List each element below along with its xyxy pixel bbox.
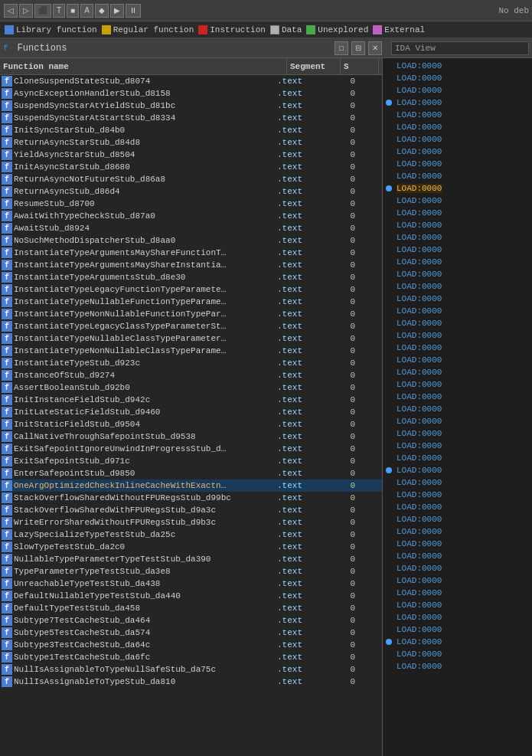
table-row[interactable]: fInstantiateTypeNonNullableFunctionTypeP… [0,308,382,320]
function-list[interactable]: fCloneSuspendStateStub_d8074.text0fAsync… [0,75,382,756]
table-row[interactable]: fExitSafepointIgnoreUnwindInProgressStub… [0,443,382,455]
legend-external: External [373,25,425,34]
empty-dot [386,124,392,130]
table-row[interactable]: fInitStaticFieldStub_d9504.text0 [0,418,382,430]
table-row[interactable]: fUnreachableTypeTestStub_da438.text0 [0,578,382,590]
table-row[interactable]: fInitAsyncStarStub_d8680.text0 [0,161,382,173]
load-address: LOAD:0000 [397,208,442,218]
table-row[interactable]: fInstantiateTypeNullableClassTypeParamet… [0,332,382,345]
toolbar-btn-7[interactable]: ◆ [95,4,109,18]
function-name: InstantiateTypeNullableFunctionTypeParam… [14,297,274,306]
toolbar-btn-8[interactable]: ▶ [110,4,124,18]
table-row[interactable]: fSuspendSyncStarAtYieldStub_d81bc.text0 [0,100,382,112]
table-row[interactable]: fNullIsAssignableToTypeNullSafeStub_da75… [0,663,382,676]
table-row[interactable]: fTypeParameterTypeTestStub_da3e8.text0 [0,565,382,578]
table-row[interactable]: fReturnAsyncStub_d86d4.text0 [0,185,382,198]
table-row[interactable]: fReturnAsyncStarStub_d84d8.text0 [0,136,382,149]
table-row[interactable]: fSuspendSyncStarAtStartStub_d8334.text0 [0,112,382,124]
toolbar-btn-6[interactable]: A [80,4,93,18]
table-row[interactable]: fCloneSuspendStateStub_d8074.text0 [0,75,382,87]
table-row[interactable]: fReturnAsyncNotFutureStub_d86a8.text0 [0,173,382,185]
function-size: 0 [328,236,358,245]
table-row[interactable]: fAsyncExceptionHandlerStub_d8158.text0 [0,87,382,100]
list-item: LOAD:0000 [383,574,532,587]
table-row[interactable]: fLazySpecializeTypeTestStub_da25c.text0 [0,529,382,541]
table-row[interactable]: fCallNativeThroughSafepointStub_d9538.te… [0,430,382,443]
function-name: Subtype3TestCacheStub_da64c [14,640,274,650]
table-row[interactable]: fInstantiateTypeArgumentsMayShareFunctio… [0,247,382,259]
empty-dot [386,602,392,608]
table-row[interactable]: fInstantiateTypeArgumentsMayShareInstant… [0,259,382,271]
function-size: 0 [328,604,358,613]
function-segment: .text [274,530,328,539]
table-row[interactable]: fDefaultNullableTypeTestStub_da440.text0 [0,590,382,602]
toolbar-btn-5[interactable]: ■ [67,4,79,18]
table-row[interactable]: fSubtype1TestCacheStub_da6fc.text0 [0,651,382,663]
legend-external-color [373,25,382,34]
table-row[interactable]: fInstantiateTypeStub_d923c.text0 [0,357,382,369]
list-item: LOAD:0000 [383,366,532,378]
function-name: ResumeStub_d8700 [14,199,274,208]
function-segment: .text [274,126,328,135]
toolbar-btn-2[interactable]: ▷ [19,4,33,18]
table-row[interactable]: fYieldAsyncStarStub_d8504.text0 [0,149,382,161]
list-item: LOAD:0000 [383,660,532,673]
table-row[interactable]: fInstantiateTypeArgumentsStub_d8e30.text… [0,271,382,283]
legend-external-label: External [384,25,425,34]
toolbar-btn-9[interactable]: ⏸ [126,4,141,18]
table-row[interactable]: fSubtype5TestCacheStub_da574.text0 [0,627,382,639]
load-address: LOAD:0000 [397,282,442,291]
table-row[interactable]: fSubtype7TestCacheStub_da464.text0 [0,614,382,627]
table-row[interactable]: fAwaitStub_d8924.text0 [0,222,382,234]
table-row[interactable]: fNoSuchMethodDispatcherStub_d8aa0.text0 [0,234,382,247]
function-segment: .text [274,187,328,196]
empty-dot [386,308,392,314]
toolbar-btn-4[interactable]: T [53,4,65,18]
function-name: DefaultNullableTypeTestStub_da440 [14,591,274,601]
table-row[interactable]: fInstantiateTypeNullableFunctionTypePara… [0,296,382,308]
list-item: LOAD:0000 [383,170,532,182]
table-row[interactable]: fWriteErrorSharedWithoutFPURegsStub_d9b3… [0,516,382,529]
load-address: LOAD:0000 [397,404,442,414]
panel-minimize-btn[interactable]: ⊟ [351,41,365,55]
table-row[interactable]: fResumeStub_d8700.text0 [0,198,382,210]
table-row[interactable]: fSubtype3TestCacheStub_da64c.text0 [0,639,382,651]
table-row[interactable]: fNullIsAssignableToTypeStub_da810.text0 [0,676,382,688]
panel-close-btn[interactable]: ✕ [368,41,382,55]
table-row[interactable]: fInstantiateTypeLegacyClassTypeParameter… [0,320,382,332]
empty-dot [386,443,392,449]
table-row[interactable]: fAssertBooleanStub_d92b0.text0 [0,381,382,394]
table-row[interactable]: fStackOverflowSharedWithoutFPURegsStub_d… [0,492,382,504]
function-size: 0 [328,199,358,208]
functions-panel-title: Functions [15,43,331,54]
table-row[interactable]: fInitInstanceFieldStub_d942c.text0 [0,394,382,406]
function-segment: .text [274,677,328,686]
table-row[interactable]: fEnterSafepointStub_d9850.text0 [0,467,382,479]
table-row[interactable]: fInitSyncStarStub_d84b0.text0 [0,124,382,136]
table-row[interactable]: fDefaultTypeTestStub_da458.text0 [0,602,382,614]
table-row[interactable]: fInitLateStaticFieldStub_d9460.text0 [0,406,382,418]
table-row[interactable]: fNullableTypeParameterTypeTestStub_da390… [0,553,382,565]
table-row[interactable]: fInstantiateTypeLegacyFunctionTypeParame… [0,283,382,296]
legend-unexplored: Unexplored [306,25,368,34]
empty-dot [386,529,392,535]
panel-restore-btn[interactable]: □ [335,41,348,55]
table-row[interactable]: fSlowTypeTestStub_da2c0.text0 [0,541,382,553]
table-row[interactable]: fStackOverflowSharedWithFPURegsStub_d9a3… [0,504,382,516]
function-size: 0 [328,162,358,172]
toolbar-btn-1[interactable]: ◁ [4,4,18,18]
table-row[interactable]: fExitSafepointStub_d971c.text0 [0,455,382,467]
function-size: 0 [328,469,358,478]
empty-dot [386,332,392,339]
function-size: 0 [328,506,358,515]
table-row[interactable]: fOneArgOptimizedCheckInlineCacheWithExac… [0,479,382,492]
table-row[interactable]: fInstanceOfStub_d9274.text0 [0,369,382,381]
function-size: 0 [328,407,358,417]
toolbar-btn-3[interactable]: ⬛ [34,4,51,18]
table-row[interactable]: fAwaitWithTypeCheckStub_d87a0.text0 [0,210,382,222]
list-item: LOAD:0000 [383,648,532,660]
load-address: LOAD:0000 [397,343,442,352]
list-item: LOAD:0000 [383,464,532,476]
table-row[interactable]: fInstantiateTypeNonNullableClassTypePara… [0,345,382,357]
empty-dot [386,296,392,302]
